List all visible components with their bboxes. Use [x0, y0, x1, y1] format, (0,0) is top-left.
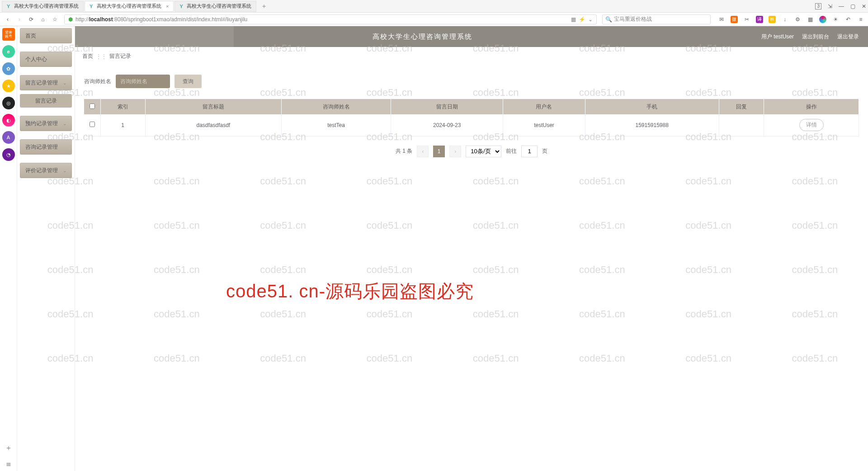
select-all-checkbox[interactable] [90, 104, 95, 109]
extensions-icon[interactable]: ⇲ [828, 3, 832, 9]
logout-button[interactable]: 退出登录 [837, 33, 859, 41]
dock-app-icon[interactable]: ◐ [2, 114, 15, 127]
cell-reply [719, 114, 764, 136]
browser-tab-strip: Y 高校大学生心理咨询管理系统 Y 高校大学生心理咨询管理系统 × Y 高校大学… [0, 0, 868, 13]
puzzle-icon[interactable]: ⚙ [794, 16, 801, 23]
browser-tab[interactable]: Y 高校大学生心理咨询管理系统 [175, 1, 256, 12]
browser-search[interactable]: 🔍 宝马重返价格战 [602, 14, 711, 24]
filter-label: 咨询师姓名 [84, 78, 111, 85]
menu-label: 首页 [25, 32, 36, 40]
breadcrumb-home[interactable]: 首页 [82, 52, 93, 60]
browser-tab-active[interactable]: Y 高校大学生心理咨询管理系统 × [85, 1, 174, 12]
forward-icon[interactable]: › [15, 15, 24, 24]
sidebar-item-home[interactable]: 首页 [20, 28, 72, 43]
dock-app-icon[interactable]: ◔ [2, 148, 15, 161]
favorite-icon[interactable]: ☆ [51, 15, 59, 24]
window-maximize-icon[interactable]: ▢ [850, 3, 855, 9]
detail-button[interactable]: 详情 [799, 119, 824, 131]
sidebar-item-appointment-mgmt[interactable]: 预约记录管理 ⌄ [20, 116, 72, 131]
new-tab-button[interactable]: ＋ [257, 2, 271, 10]
menu-label: 咨询记录管理 [25, 143, 58, 151]
bolt-icon[interactable]: ⚡ [579, 16, 585, 23]
chevron-down-icon[interactable]: ⌄ [588, 16, 593, 23]
app-title: 高校大学生心理咨询管理系统 [373, 33, 472, 41]
cell-counselor: testTea [281, 114, 391, 136]
dock-app-icon[interactable]: A [2, 131, 15, 144]
url-input[interactable]: ⬢ http:// localhost :8080/springboot1xma… [64, 14, 597, 24]
circle-icon[interactable] [819, 16, 826, 23]
chevron-down-icon: ⌄ [63, 168, 66, 173]
cell-date: 2024-09-23 [391, 114, 503, 136]
th-reply: 回复 [719, 99, 764, 114]
window-close-icon[interactable]: ✕ [862, 3, 866, 9]
dock-app-icon[interactable]: e [2, 45, 15, 58]
adblock-icon[interactable]: ⛨ [769, 16, 776, 23]
weibo-icon[interactable]: 微 [731, 16, 738, 23]
menu-label: 个人中心 [25, 56, 47, 63]
mail-icon[interactable]: ✉ [718, 16, 725, 23]
sidebar-item-review-mgmt[interactable]: 评价记录管理 ⌄ [20, 163, 72, 178]
address-bar: ‹ › ⟳ ⌂ ☆ ⬢ http:// localhost :8080/spri… [0, 13, 868, 26]
chevron-down-icon: ⌄ [63, 121, 66, 126]
row-checkbox[interactable] [90, 122, 95, 127]
menu-label: 留言记录管理 [25, 79, 58, 87]
message-table: 索引 留言标题 咨询师姓名 留言日期 用户名 手机 回复 操作 1 d [84, 99, 859, 137]
sidebar-item-personal[interactable]: 个人中心 [20, 52, 72, 67]
goto-page-input[interactable] [521, 146, 538, 157]
sidebar-subitem-message[interactable]: 留言记录 [20, 94, 72, 108]
menu-label: 预约记录管理 [25, 120, 58, 127]
scissors-icon[interactable]: ✂ [743, 16, 750, 23]
reload-icon[interactable]: ⟳ [27, 15, 35, 24]
sidebar: 首页 个人中心 留言记录管理 ⌄ 留言记录 预约记录管理 ⌄ 咨询记录管理 [17, 26, 75, 471]
undo-icon[interactable]: ↶ [844, 16, 852, 23]
pagination: 共 1 条 ‹ 1 › 10条/页 前往 页 [84, 146, 859, 157]
dock-list-icon[interactable]: ≣ [6, 460, 11, 467]
download-icon[interactable]: ↓ [781, 16, 788, 23]
sidebar-item-message-mgmt[interactable]: 留言记录管理 ⌄ [20, 75, 72, 90]
back-icon[interactable]: ‹ [4, 15, 12, 24]
left-dock: 登录账号 e ✿ ★ ◎ ◐ A ◔ ＋ ≣ [0, 26, 17, 471]
dock-app-icon[interactable]: ✿ [2, 62, 15, 75]
page-size-select[interactable]: 10条/页 [466, 146, 501, 157]
menu-label: 评价记录管理 [25, 167, 58, 174]
counselor-name-input[interactable] [116, 75, 170, 88]
prev-page-icon[interactable]: ‹ [417, 146, 429, 157]
dock-add-icon[interactable]: ＋ [5, 443, 12, 453]
browser-tab[interactable]: Y 高校大学生心理咨询管理系统 [2, 1, 84, 12]
close-tab-icon[interactable]: × [166, 4, 169, 9]
search-button[interactable]: 查询 [175, 75, 202, 88]
dock-app-icon[interactable]: ◎ [2, 97, 15, 109]
url-path: :8080/springboot1xmao/admin/dist/index.h… [113, 16, 248, 23]
breadcrumb-current: 留言记录 [109, 52, 131, 60]
menu-icon[interactable]: ≡ [857, 16, 864, 23]
next-page-icon[interactable]: › [449, 146, 461, 157]
back-to-front-button[interactable]: 退出到前台 [802, 33, 829, 41]
sidebar-item-consult-mgmt[interactable]: 咨询记录管理 [20, 139, 72, 155]
th-user: 用户名 [503, 99, 585, 114]
sun-icon[interactable]: ☀ [832, 16, 839, 23]
url-scheme: http:// [75, 16, 89, 23]
qr-icon[interactable]: ▦ [571, 16, 576, 23]
th-action: 操作 [764, 99, 859, 114]
app-header: 高校大学生心理咨询管理系统 用户 testUser 退出到前台 退出登录 [75, 26, 868, 47]
tab-label: 高校大学生心理咨询管理系统 [14, 3, 79, 9]
filter-bar: 咨询师姓名 查询 [84, 75, 859, 88]
th-phone: 手机 [585, 99, 719, 114]
dock-app-icon[interactable]: ★ [2, 80, 15, 92]
page-number[interactable]: 1 [433, 146, 445, 157]
tab-favicon-icon: Y [179, 4, 185, 9]
breadcrumb: 首页 ⋮⋮ 留言记录 [75, 47, 868, 66]
window-controls: 3 ⇲ — ▢ ✕ [815, 3, 866, 9]
dock-login[interactable]: 登录账号 [2, 28, 15, 41]
home-icon[interactable]: ⌂ [39, 15, 47, 24]
cell-user: testUser [503, 114, 585, 136]
window-minimize-icon[interactable]: — [839, 3, 844, 9]
translate-icon[interactable]: 译 [756, 16, 763, 23]
apps-icon[interactable]: ▦ [807, 16, 814, 23]
count-badge[interactable]: 3 [815, 3, 821, 9]
user-label[interactable]: 用户 testUser [761, 33, 794, 41]
goto-prefix: 前往 [506, 147, 517, 155]
breadcrumb-sep-icon: ⋮⋮ [96, 53, 107, 60]
th-date: 留言日期 [391, 99, 503, 114]
cell-title: dasdfasdfasdf [145, 114, 281, 136]
